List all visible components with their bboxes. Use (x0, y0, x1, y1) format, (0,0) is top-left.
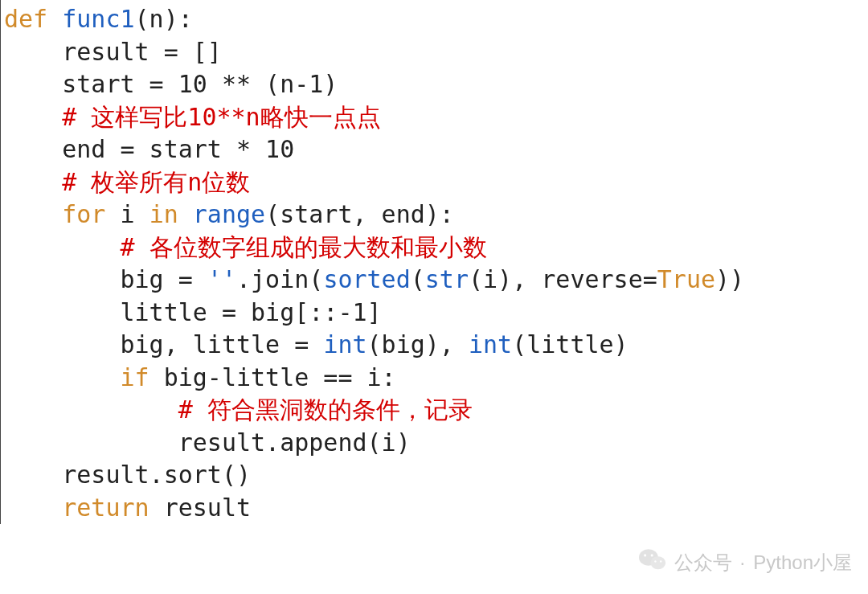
code-token: sorted (323, 265, 410, 293)
code-token: (n): (135, 5, 193, 33)
code-token: big, little = (121, 330, 324, 358)
code-token (178, 200, 193, 228)
watermark: 公众号 · Python小屋 (639, 547, 852, 578)
code-token: )) (715, 265, 744, 293)
code-token: # 这样写比10**n略快一点点 (62, 103, 380, 131)
code-token: int (469, 330, 512, 358)
code-token: (little) (512, 330, 628, 358)
code-token: (big), (367, 330, 469, 358)
code-token: result (149, 494, 251, 522)
code-token: return (62, 494, 149, 522)
code-token: if (121, 363, 149, 391)
code-token: range (193, 200, 265, 228)
watermark-label: 公众号 (674, 550, 732, 576)
wechat-icon (639, 547, 666, 578)
watermark-sep: · (740, 550, 746, 576)
svg-point-1 (650, 556, 665, 569)
code-token: (i), reverse= (469, 265, 657, 293)
code-token: result.append(i) (178, 428, 411, 457)
svg-point-2 (644, 554, 646, 556)
svg-point-5 (660, 560, 661, 562)
code-token: func1 (62, 5, 134, 33)
code-token: result = [] (62, 38, 222, 66)
code-token: end = start * 10 (62, 135, 294, 163)
code-token: i (105, 200, 149, 228)
watermark-name: Python小屋 (753, 550, 852, 576)
code-token (47, 5, 62, 33)
code-token: int (323, 330, 366, 358)
code-token: .join( (236, 265, 323, 293)
code-token: ( (411, 265, 425, 293)
code-token: big-little == i: (149, 363, 396, 391)
code-token: result.sort() (62, 461, 251, 489)
code-token: # 各位数字组成的最大数和最小数 (121, 233, 487, 261)
svg-point-4 (654, 560, 656, 562)
code-token: '' (207, 265, 236, 293)
code-token: for (62, 200, 105, 228)
code-token: str (425, 265, 469, 293)
code-token: def (4, 5, 47, 33)
code-token: in (149, 200, 178, 228)
code-token: # 枚举所有n位数 (62, 168, 250, 196)
code-token: start = 10 ** (n-1) (62, 70, 338, 98)
code-token: little = big[::-1] (121, 298, 382, 326)
code-token: True (657, 265, 715, 293)
svg-point-0 (639, 549, 658, 565)
code-token: (start, end): (265, 200, 454, 228)
code-token: big = (121, 265, 207, 293)
svg-point-3 (650, 554, 653, 556)
code-token: # 符合黑洞数的条件，记录 (178, 395, 473, 424)
code-block: def func1(n): result = [] start = 10 ** … (0, 0, 868, 524)
